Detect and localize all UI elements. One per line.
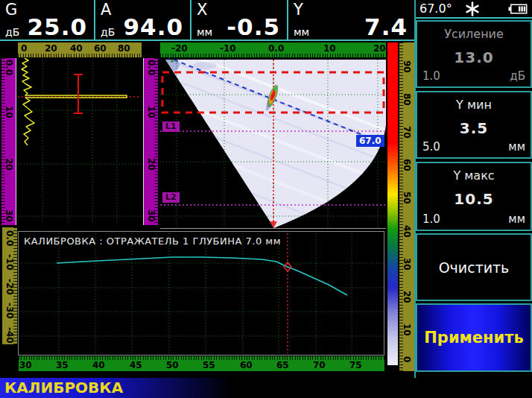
ruler-tick-label: 40 <box>402 225 411 238</box>
ruler-tick-label: 70 <box>313 361 326 370</box>
ascan-trace <box>22 58 127 145</box>
ruler-tick-label: 0.0 <box>4 60 13 75</box>
ruler-tick-label: 20 <box>402 291 411 303</box>
ascan-gate-cursor[interactable] <box>74 75 83 113</box>
sector-angle-ruler: -20-100.01020 <box>160 42 386 57</box>
status-row: 67.0° <box>416 0 532 19</box>
gain-control[interactable]: Усиление 13.0 1.0 дБ <box>416 20 532 88</box>
calibration-title: КАЛИБРОВКА : ОТРАЖАТЕЛЬ 1 ГЛУБИНА 7.0 мм <box>24 236 281 247</box>
layer1-badge: L1 <box>162 121 180 132</box>
ruler-tick-label: 60 <box>240 361 253 370</box>
ruler-tick-label: -10 <box>220 44 236 53</box>
ruler-tick-label: 20 <box>45 44 57 53</box>
y-min-step: 5.0 <box>422 140 440 154</box>
measurement-y: Y мм 7.4 <box>288 0 414 40</box>
battery-icon <box>508 3 528 17</box>
ruler-tick-label: 40 <box>92 361 105 370</box>
freeze-star-icon <box>465 1 480 19</box>
ascan-grid <box>18 60 142 224</box>
calibration-curve <box>57 257 347 295</box>
apply-button[interactable]: Применить <box>416 303 532 372</box>
ruler-tick-label: -10 <box>5 254 14 271</box>
ruler-tick-label: 60 <box>402 159 411 171</box>
ruler-tick-label: 40 <box>70 44 83 53</box>
ruler-tick-label: 80 <box>118 44 130 53</box>
measurement-value: 7.4 <box>364 13 408 40</box>
ruler-tick-label: 30 <box>147 209 156 222</box>
calibration-distance-ruler: 30354045505560657075 <box>19 356 384 371</box>
y-max-step: 1.0 <box>422 212 440 226</box>
ruler-tick-label: 10 <box>4 106 13 119</box>
gain-unit: дБ <box>510 69 525 83</box>
measurement-value: 94.0 <box>124 13 184 40</box>
ascan-plot <box>18 58 142 225</box>
ruler-tick-label: -40 <box>5 327 14 344</box>
measurement-unit: дБ <box>101 26 115 38</box>
ruler-tick-label: 65 <box>276 361 289 370</box>
sector-plot <box>160 58 386 229</box>
ruler-tick-label: 75 <box>349 361 362 370</box>
calibration-grid <box>19 233 384 353</box>
ruler-tick-label: 30 <box>4 209 13 222</box>
y-max-value: 10.5 <box>417 190 531 208</box>
ruler-tick-label: -20 <box>5 279 14 295</box>
clear-button[interactable]: Очистить <box>416 233 532 301</box>
ruler-tick-label: 60 <box>94 44 107 53</box>
measurement-bar: G дБ 25.0 A дБ 94.0 X мм -0.5 Y мм 7.4 <box>0 0 414 41</box>
calibration-plot <box>18 231 384 356</box>
measurement-value: 25.0 <box>28 13 88 40</box>
ruler-tick-label: 0.0 <box>268 44 284 53</box>
instrument-screen: G дБ 25.0 A дБ 94.0 X мм -0.5 Y мм 7.4 0… <box>0 0 532 398</box>
colorbar-ruler: 9080706050403020100 <box>399 42 414 371</box>
gain-title: Усиление <box>417 27 531 41</box>
ruler-tick-label: -20 <box>171 44 188 53</box>
measurement-unit: мм <box>197 26 212 38</box>
gain-step: 1.0 <box>422 69 440 83</box>
ruler-tick-label: 0 <box>21 44 27 53</box>
beam-angle-label: 67.0 <box>356 135 384 147</box>
y-max-control[interactable]: Y макс 10.5 1.0 мм <box>416 162 532 231</box>
measurement-gate-gain: G дБ 25.0 <box>0 0 95 40</box>
ascan-depth-ruler-left: 0.0102030 <box>1 58 16 225</box>
amplitude-colorbar <box>387 42 398 365</box>
ruler-tick-label: 90 <box>402 60 411 73</box>
ruler-tick-label: 80 <box>402 93 411 106</box>
ruler-tick-label: 0 <box>402 356 411 362</box>
ruler-tick-label: 55 <box>203 361 215 370</box>
ruler-tick-label: 50 <box>166 361 179 370</box>
ruler-tick-label: 10 <box>147 106 156 119</box>
gain-value: 13.0 <box>417 48 531 66</box>
measurement-label: A <box>101 1 111 19</box>
y-max-unit: мм <box>508 212 525 226</box>
y-min-title: Y мин <box>417 98 531 112</box>
ruler-tick-label: 0.0 <box>147 60 156 75</box>
measurement-unit: дБ <box>5 26 19 38</box>
y-min-unit: мм <box>508 140 525 154</box>
measurement-unit: мм <box>294 26 309 38</box>
ruler-tick-label: 45 <box>130 361 142 370</box>
measurement-value: -0.5 <box>227 13 280 40</box>
ruler-tick-label: 10 <box>323 44 336 53</box>
ruler-tick-label: 70 <box>402 126 411 139</box>
ruler-tick-label: 0.0 <box>5 230 14 246</box>
measurement-label: Y <box>294 1 303 19</box>
ruler-tick-label: 20 <box>147 158 156 171</box>
ascan-depth-ruler-right: 0.0102030 <box>143 58 158 225</box>
ruler-tick-label: 10 <box>402 323 411 336</box>
ruler-tick-label: 30 <box>402 258 411 271</box>
calibration-db-ruler: 0.0-10-20-30-40 <box>2 227 17 344</box>
mode-label: КАЛИБРОВКА <box>4 379 123 397</box>
ruler-tick-label: 20 <box>4 158 13 171</box>
ruler-tick-label: -30 <box>5 303 14 319</box>
probe-angle-readout: 67.0° <box>419 1 452 16</box>
ruler-tick-label: 30 <box>19 361 32 370</box>
measurement-label: G <box>5 1 17 19</box>
ruler-tick-label: 35 <box>56 361 69 370</box>
measurement-amplitude: A дБ 94.0 <box>95 0 191 40</box>
measurement-label: X <box>197 1 207 19</box>
y-min-control[interactable]: Y мин 3.5 5.0 мм <box>416 91 532 159</box>
y-min-value: 3.5 <box>417 119 531 137</box>
ascan-amplitude-ruler: 020406080 <box>18 42 142 57</box>
y-max-title: Y макс <box>417 168 531 183</box>
ruler-tick-label: 20 <box>373 44 386 53</box>
